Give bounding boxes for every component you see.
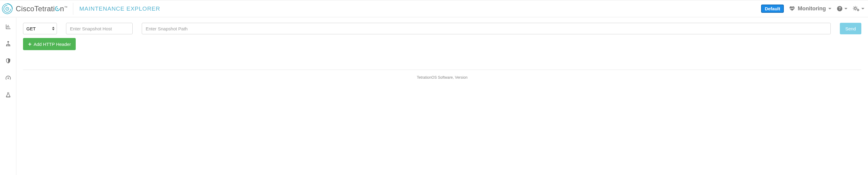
svg-rect-19 (859, 10, 860, 10)
svg-rect-13 (857, 6, 858, 7)
help-menu[interactable]: ? (837, 6, 847, 11)
svg-point-21 (7, 78, 8, 79)
svg-rect-10 (853, 6, 854, 7)
method-select-wrap: GET (23, 23, 57, 34)
monitoring-label: Monitoring (798, 5, 826, 12)
left-nav-rail (0, 18, 17, 80)
add-header-label: Add HTTP Header (34, 42, 71, 47)
snapshot-host-input[interactable] (66, 23, 133, 34)
dashboard-icon[interactable] (5, 75, 11, 80)
svg-rect-17 (858, 10, 858, 11)
svg-rect-8 (853, 8, 854, 8)
svg-point-15 (858, 9, 859, 10)
caret-down-icon (828, 8, 831, 9)
bar-chart-icon[interactable] (5, 24, 11, 30)
snapshot-path-input[interactable] (142, 23, 831, 34)
brand[interactable]: CiscoTetratin™ (2, 3, 73, 15)
svg-rect-6 (855, 6, 856, 6)
svg-point-3 (57, 8, 58, 9)
sitemap-icon[interactable] (5, 41, 11, 47)
tetration-logo-icon (2, 3, 13, 14)
brand-text: CiscoTetratin™ (16, 4, 67, 13)
scope-badge[interactable]: Default (761, 4, 784, 13)
monitoring-menu[interactable]: Monitoring (789, 5, 831, 12)
shield-icon[interactable] (5, 58, 11, 64)
request-row: GET Send (23, 23, 861, 34)
svg-rect-18 (857, 10, 858, 10)
top-bar: CiscoTetratin™ MAINTENANCE EXPLORER Defa… (0, 0, 868, 17)
send-button[interactable]: Send (840, 23, 861, 34)
heartbeat-icon (789, 6, 795, 11)
http-method-select[interactable]: GET (23, 23, 57, 34)
plus-icon (28, 42, 32, 46)
svg-text:?: ? (839, 6, 841, 10)
page-title: MAINTENANCE EXPLORER (79, 5, 160, 12)
settings-menu[interactable] (853, 6, 864, 12)
svg-rect-9 (857, 8, 858, 8)
svg-rect-16 (858, 8, 858, 9)
brand-swirl-icon (55, 5, 60, 12)
footer-text: TetrationOS Software, Version (23, 70, 861, 80)
svg-rect-7 (855, 10, 856, 10)
add-http-header-button[interactable]: Add HTTP Header (23, 38, 76, 50)
gears-icon (853, 6, 860, 12)
help-icon: ? (837, 6, 842, 11)
top-right-controls: Default Monitoring ? (761, 4, 864, 13)
caret-down-icon (861, 8, 864, 9)
svg-rect-12 (853, 9, 854, 10)
svg-point-2 (7, 8, 8, 9)
caret-down-icon (844, 8, 847, 9)
svg-rect-20 (7, 41, 9, 43)
main-content: GET Send Add HTTP Header TetrationOS Sof… (17, 17, 868, 80)
